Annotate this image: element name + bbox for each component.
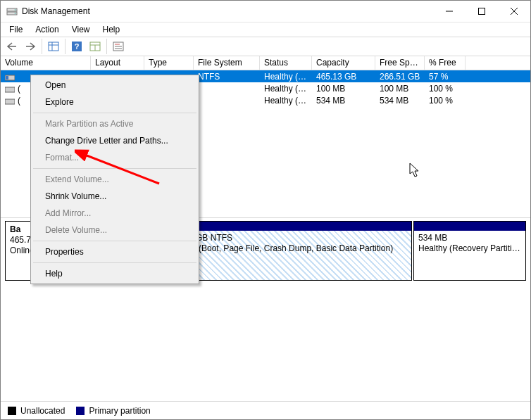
volume-icon: [5, 73, 15, 80]
col-free[interactable]: Free Spa...: [375, 56, 425, 70]
help-icon[interactable]: ?: [68, 38, 85, 55]
menubar: File Action View Help: [1, 23, 530, 37]
cell-capacity: 465.13 GB: [312, 72, 375, 82]
view-list-icon[interactable]: [45, 38, 62, 55]
partition-color-bar: [414, 222, 525, 231]
app-icon: [6, 6, 18, 17]
svg-text:?: ?: [75, 42, 80, 51]
menu-action[interactable]: Action: [30, 24, 64, 35]
cm-separator: [33, 113, 196, 113]
settings-icon[interactable]: [87, 38, 104, 55]
cm-open[interactable]: Open: [32, 77, 197, 94]
svg-rect-22: [5, 87, 15, 92]
cm-help[interactable]: Help: [32, 265, 197, 282]
minimize-button[interactable]: [433, 1, 466, 22]
column-headers: Volume Layout Type File System Status Ca…: [1, 56, 530, 70]
menu-help[interactable]: Help: [97, 24, 126, 35]
col-capacity[interactable]: Capacity: [312, 56, 375, 70]
svg-rect-5: [479, 8, 485, 15]
cell-free: 266.51 GB: [375, 72, 425, 82]
svg-rect-21: [6, 76, 8, 79]
cm-separator: [33, 241, 196, 241]
swatch-unallocated: [8, 407, 16, 415]
window-controls: [433, 1, 530, 22]
col-volume[interactable]: Volume: [1, 56, 91, 70]
cm-delete: Delete Volume...: [32, 222, 197, 238]
volume-icon: [5, 97, 15, 104]
svg-rect-23: [5, 99, 15, 104]
menu-file[interactable]: File: [4, 24, 28, 35]
disk-management-window: Disk Management File Action View Help: [0, 0, 531, 420]
col-type[interactable]: Type: [144, 56, 194, 70]
col-pctfree[interactable]: % Free: [425, 56, 466, 70]
window-title: Disk Management: [22, 6, 433, 16]
cm-extend: Extend Volume...: [32, 171, 197, 188]
legend-primary: Primary partition: [76, 406, 150, 416]
svg-point-2: [15, 9, 16, 11]
col-status[interactable]: Status: [260, 56, 312, 70]
col-filesystem[interactable]: File System: [194, 56, 260, 70]
close-button[interactable]: [498, 1, 530, 22]
menu-view[interactable]: View: [66, 24, 96, 35]
cm-format: Format...: [32, 149, 197, 166]
svg-point-3: [15, 13, 16, 14]
partition-size: 465.13 GB NTFS: [168, 233, 407, 243]
toolbar: ?: [1, 37, 530, 56]
cm-change-letter[interactable]: Change Drive Letter and Paths...: [32, 132, 197, 149]
cell-status: Healthy (B...: [260, 72, 312, 82]
partition-status: Healthy (Boot, Page File, Crash Dump, Ba…: [168, 243, 407, 254]
partition-color-bar: [163, 222, 411, 231]
forward-button[interactable]: [22, 38, 39, 55]
back-button[interactable]: [4, 38, 20, 55]
cm-add-mirror: Add Mirror...: [32, 205, 197, 222]
cm-mark-active: Mark Partition as Active: [32, 115, 197, 132]
legend-unallocated: Unallocated: [8, 406, 65, 416]
cm-separator: [33, 262, 196, 263]
cm-separator: [33, 168, 196, 169]
toolbar-separator: [65, 39, 65, 54]
swatch-primary: [76, 407, 85, 415]
cell-fs: NTFS: [194, 72, 260, 82]
cm-properties[interactable]: Properties: [32, 243, 197, 260]
cm-shrink[interactable]: Shrink Volume...: [32, 188, 197, 205]
maximize-button[interactable]: [466, 1, 498, 22]
cell-pctfree: 57 %: [425, 72, 466, 82]
col-spacer: [466, 56, 530, 70]
partition-status: Healthy (Recovery Partition): [418, 243, 521, 254]
toolbar-separator: [42, 39, 42, 54]
properties-icon[interactable]: [110, 38, 127, 55]
partition-recovery[interactable]: 534 MB Healthy (Recovery Partition): [413, 221, 526, 281]
titlebar: Disk Management: [1, 1, 530, 23]
partition-size: 534 MB: [418, 233, 521, 243]
svg-rect-8: [49, 42, 58, 51]
volume-icon: [5, 85, 15, 92]
context-menu: Open Explore Mark Partition as Active Ch…: [30, 75, 199, 284]
col-layout[interactable]: Layout: [91, 56, 144, 70]
legend: Unallocated Primary partition: [1, 401, 530, 419]
toolbar-separator: [106, 39, 107, 54]
cm-explore[interactable]: Explore: [32, 94, 197, 110]
partition-main[interactable]: 465.13 GB NTFS Healthy (Boot, Page File,…: [163, 221, 412, 281]
